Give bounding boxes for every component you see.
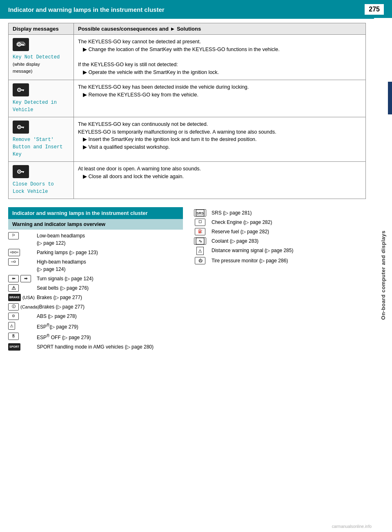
lamp-desc-distance: Distance warning signal (▷ page 285) xyxy=(209,247,366,254)
page-number: 275 xyxy=(365,4,384,15)
lamp-desc-parking: Parking lamps (▷ page 123) xyxy=(37,249,183,256)
left-panel: Indicator and warning lamps in the instr… xyxy=(8,207,183,353)
list-item: ⓘ (Canada) Brakes (▷ page 277) xyxy=(8,303,183,311)
lamp-icon-reserve-fuel: ⛽ xyxy=(191,228,209,235)
key-icon-3 xyxy=(13,121,29,134)
main-content: Display messages Possible causes/consequ… xyxy=(0,19,374,361)
svg-text:SRS: SRS xyxy=(196,211,204,215)
key-icon-4 xyxy=(13,165,29,178)
lamp-desc-tire: Tire pressure monitor (▷ page 286) xyxy=(209,257,366,264)
lamp-icon-seatbelt: ⚠ xyxy=(8,284,37,292)
lamp-icon-tire: ⏻ xyxy=(191,257,209,264)
display-table: Display messages Possible causes/consequ… xyxy=(8,23,366,199)
lamp-icon-esp: ⚠ xyxy=(8,322,37,330)
table-row: Key Detected inVehicle The KEYLESS-GO ke… xyxy=(9,80,366,117)
display-message-1: Key Not Detected (white displaymessage) xyxy=(9,35,74,80)
display-message-2: Key Detected inVehicle xyxy=(9,80,74,117)
lamp-icon-sport: SPORT xyxy=(8,343,37,351)
list-item: ☐ Check Engine (▷ page 282) xyxy=(191,219,366,226)
lamp-desc-abs: ABS (▷ page 278) xyxy=(37,313,183,320)
list-item: ⚐ Low-beam headlamps(▷ page 122) xyxy=(8,232,183,247)
col2-header: Possible causes/consequences and ► Solut… xyxy=(74,23,366,35)
lamp-icon-check-engine: ☐ xyxy=(191,219,209,226)
lamp-icon-brake-canada: ⓘ (Canada) xyxy=(8,303,39,311)
lamp-icon-esp-off: R̲ xyxy=(8,333,37,340)
close-doors-label: Close Doors toLock Vehicle xyxy=(13,181,69,195)
lamp-desc-sport: SPORT handling mode in AMG vehicles (▷ p… xyxy=(37,343,183,351)
svg-text:∿: ∿ xyxy=(198,239,202,244)
lamp-desc-turn: Turn signals (▷ page 124) xyxy=(37,275,183,282)
lamp-desc-brake-canada: Brakes (▷ page 277) xyxy=(39,303,183,311)
svg-rect-13 xyxy=(22,127,22,128)
col1-header: Display messages xyxy=(9,23,74,35)
header-title: Indicator and warning lamps in the instr… xyxy=(8,6,165,13)
section-header: Indicator and warning lamps in the instr… xyxy=(8,207,183,219)
lamp-desc-brake-usa: Brakes (▷ page 277) xyxy=(37,294,183,301)
lamp-desc-highbeam: High-beam headlamps(▷ page 124) xyxy=(37,258,183,273)
list-item: =DO= Parking lamps (▷ page 123) xyxy=(8,249,183,256)
list-item: ═O High-beam headlamps(▷ page 124) xyxy=(8,258,183,273)
page-header: Indicator and warning lamps in the instr… xyxy=(0,0,392,19)
svg-point-14 xyxy=(19,126,20,127)
lamp-desc-lowbeam: Low-beam headlamps(▷ page 122) xyxy=(37,232,183,247)
list-item: SRS SRS (▷ page 281) xyxy=(191,209,366,217)
list-item: ∿ Coolant (▷ page 283) xyxy=(191,237,366,245)
sidebar-label: On-board computer and displays xyxy=(380,230,386,320)
right-panel: SRS SRS (▷ page 281) ☐ Check Engine (▷ p… xyxy=(191,207,366,353)
svg-rect-18 xyxy=(22,171,22,172)
lamp-icon-highbeam: ═O xyxy=(8,258,37,266)
key-not-detected-content: The KEYLESS-GO key cannot be detected at… xyxy=(74,35,366,80)
lamp-desc-esp-off: ESP® OFF (▷ page 279) xyxy=(37,333,183,341)
watermark: carmanualsonline.info xyxy=(332,524,372,529)
sub-header: Warning and indicator lamps overview xyxy=(8,219,183,230)
lamp-desc-check-engine: Check Engine (▷ page 282) xyxy=(209,219,366,226)
lamp-icon-srs: SRS xyxy=(191,209,209,217)
list-item: ⊙ ABS (▷ page 278) xyxy=(8,313,183,320)
lamp-icon-distance: ⚠ xyxy=(191,247,209,255)
svg-rect-8 xyxy=(22,89,22,91)
lamp-icon-lowbeam: ⚐ xyxy=(8,232,37,239)
list-item: ⛽ Reserve fuel (▷ page 282) xyxy=(191,228,366,235)
sidebar-accent xyxy=(388,82,392,114)
key-icon-2 xyxy=(13,83,29,96)
lamp-desc-seatbelt: Seat belts (▷ page 276) xyxy=(37,284,183,292)
key-detected-label: Key Detected inVehicle xyxy=(13,99,69,114)
close-doors-content: At least one door is open. A warning ton… xyxy=(74,161,366,199)
lamp-desc-coolant: Coolant (▷ page 283) xyxy=(209,237,366,245)
list-item: ⚠ Seat belts (▷ page 276) xyxy=(8,284,183,292)
svg-rect-12 xyxy=(23,127,24,128)
key-icon-1 xyxy=(13,38,29,51)
remove-start-label: Remove 'Start'Button and InsertKey xyxy=(13,136,69,158)
key-not-detected-label: Key Not Detected xyxy=(13,54,69,61)
list-item: ⏻ Tire pressure monitor (▷ page 286) xyxy=(191,257,366,264)
list-item: R̲ ESP® OFF (▷ page 279) xyxy=(8,333,183,341)
lower-section: Indicator and warning lamps in the instr… xyxy=(8,207,366,353)
display-message-3: Remove 'Start'Button and InsertKey xyxy=(9,117,74,161)
lamp-icon-turn: ⬅ ➡ xyxy=(8,275,37,282)
remove-start-content: The KEYLESS-GO key can continuously not … xyxy=(74,117,366,161)
lamp-icon-brake-usa: BRAKE (USA) xyxy=(8,294,37,301)
lamp-desc-reserve-fuel: Reserve fuel (▷ page 282) xyxy=(209,228,366,235)
lamp-desc-srs: SRS (▷ page 281) xyxy=(209,209,366,217)
table-row: Remove 'Start'Button and InsertKey The K… xyxy=(9,117,366,161)
svg-rect-7 xyxy=(23,89,24,91)
key-detected-content: The KEYLESS-GO key has been detected ins… xyxy=(74,80,366,117)
table-row: Key Not Detected (white displaymessage) … xyxy=(9,35,366,80)
list-item: BRAKE (USA) Brakes (▷ page 277) xyxy=(8,294,183,301)
svg-rect-17 xyxy=(23,171,24,173)
svg-point-9 xyxy=(19,89,20,90)
list-item: ⚠ ESP®(▷ page 279) xyxy=(8,322,183,331)
lamp-icon-abs: ⊙ xyxy=(8,313,37,320)
lamp-icon-parking: =DO= xyxy=(8,249,37,256)
table-row: Close Doors toLock Vehicle At least one … xyxy=(9,161,366,199)
list-item: ⚠ Distance warning signal (▷ page 285) xyxy=(191,247,366,255)
display-message-4: Close Doors toLock Vehicle xyxy=(9,161,74,199)
svg-point-19 xyxy=(19,171,20,172)
list-item: ⬅ ➡ Turn signals (▷ page 124) xyxy=(8,275,183,282)
lamp-icon-coolant: ∿ xyxy=(191,237,209,245)
list-item: SPORT SPORT handling mode in AMG vehicle… xyxy=(8,343,183,351)
svg-point-4 xyxy=(19,44,20,45)
lamp-desc-esp: ESP®(▷ page 279) xyxy=(37,322,183,331)
